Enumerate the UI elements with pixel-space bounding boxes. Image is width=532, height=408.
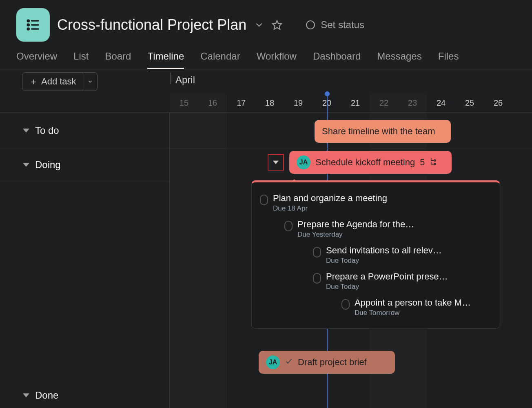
star-icon[interactable]: [272, 20, 282, 30]
svg-marker-9: [23, 393, 29, 397]
svg-point-2: [27, 28, 29, 30]
subtask-item[interactable]: Plan and organize a meeting Due 18 Apr: [260, 190, 492, 216]
task-label: Schedule kickoff meeting: [315, 157, 415, 168]
task-label: Draft project brief: [298, 357, 367, 368]
date-cell[interactable]: 21: [341, 94, 370, 112]
section-todo[interactable]: To do: [0, 113, 169, 149]
tab-files[interactable]: Files: [438, 51, 459, 69]
svg-marker-10: [273, 161, 279, 164]
subtask-item[interactable]: Send invitations to all relev… Due Today: [313, 242, 492, 268]
subtask-title: Send invitations to all relev…: [326, 245, 492, 256]
section-divider: [170, 149, 532, 149]
section-label: To do: [35, 125, 59, 136]
section-doing[interactable]: Doing: [0, 149, 169, 182]
svg-point-0: [27, 20, 29, 22]
complete-checkbox[interactable]: [284, 221, 293, 231]
today-marker: [325, 91, 330, 96]
subtasks-popover: Plan and organize a meeting Due 18 Apr P…: [251, 180, 500, 329]
subtask-title: Plan and organize a meeting: [273, 193, 492, 204]
date-cell[interactable]: 26: [484, 94, 512, 112]
complete-checkbox[interactable]: [313, 247, 321, 257]
svg-marker-7: [23, 129, 29, 133]
view-tabs: Overview List Board Timeline Calendar Wo…: [0, 46, 532, 69]
date-cell[interactable]: 25: [455, 94, 484, 112]
subtask-item[interactable]: Appoint a person to take M… Due Tomorrow: [341, 294, 492, 320]
project-title[interactable]: Cross-functional Project Plan: [57, 16, 246, 33]
subtask-title: Appoint a person to take M…: [355, 297, 492, 308]
subtask-count: 5: [420, 157, 425, 168]
add-task-button[interactable]: ＋ Add task: [22, 72, 98, 91]
subtasks-icon: [430, 157, 439, 168]
svg-marker-8: [23, 163, 29, 167]
task-bar-draft-brief[interactable]: JA Draft project brief: [259, 351, 395, 374]
add-task-label: Add task: [41, 76, 76, 87]
subtask-title: Prepare a PowerPoint prese…: [326, 271, 492, 282]
month-divider: [170, 73, 171, 84]
subtask-due: Due Tomorrow: [355, 309, 492, 317]
complete-checkbox[interactable]: [341, 299, 350, 310]
complete-checkbox[interactable]: [313, 273, 321, 284]
plus-icon: ＋: [29, 75, 38, 88]
status-circle-icon: [306, 20, 315, 29]
check-icon: [285, 357, 293, 368]
svg-point-11: [434, 160, 436, 161]
tab-list[interactable]: List: [73, 51, 89, 69]
chevron-down-icon[interactable]: [254, 20, 264, 30]
subtask-due: Due Today: [326, 257, 492, 265]
expand-subtasks-button[interactable]: [268, 154, 284, 171]
date-cell[interactable]: 24: [427, 94, 455, 112]
tab-overview[interactable]: Overview: [16, 51, 57, 69]
section-done[interactable]: Done: [0, 379, 169, 408]
set-status-button[interactable]: Set status: [306, 19, 364, 31]
tab-workflow[interactable]: Workflow: [257, 51, 297, 69]
add-task-dropdown[interactable]: [83, 73, 97, 91]
tab-dashboard[interactable]: Dashboard: [313, 51, 361, 69]
avatar: JA: [297, 155, 310, 169]
complete-checkbox[interactable]: [260, 195, 268, 205]
subtask-due: Due Today: [326, 283, 492, 291]
section-label: Doing: [35, 159, 61, 171]
project-icon[interactable]: [16, 8, 50, 42]
svg-marker-6: [273, 20, 282, 29]
caret-down-icon: [23, 125, 29, 136]
weekend-shade: [170, 94, 227, 408]
subtask-item[interactable]: Prepare a PowerPoint prese… Due Today: [313, 268, 492, 294]
task-bar-share-timeline[interactable]: Share timeline with the team: [315, 120, 451, 143]
date-cell[interactable]: 17: [227, 94, 255, 112]
status-label: Set status: [321, 19, 364, 31]
subtask-due: Due 18 Apr: [273, 204, 492, 213]
month-label: April: [175, 74, 195, 86]
subtask-title: Prepare the Agenda for the…: [297, 219, 492, 230]
tab-messages[interactable]: Messages: [377, 51, 421, 69]
date-cell[interactable]: 18: [255, 94, 284, 112]
tab-calendar[interactable]: Calendar: [200, 51, 240, 69]
caret-down-icon: [23, 390, 29, 401]
avatar: JA: [266, 355, 280, 369]
task-bar-kickoff[interactable]: JA Schedule kickoff meeting 5: [289, 151, 452, 174]
date-cell[interactable]: 19: [284, 94, 313, 112]
svg-point-12: [434, 164, 436, 165]
caret-down-icon: [23, 159, 29, 171]
svg-point-1: [27, 24, 29, 26]
subtask-due: Due Yesterday: [297, 231, 492, 239]
tab-timeline[interactable]: Timeline: [147, 51, 184, 69]
section-label: Done: [35, 390, 58, 401]
task-label: Share timeline with the team: [322, 126, 435, 137]
tab-board[interactable]: Board: [105, 51, 131, 69]
subtask-item[interactable]: Prepare the Agenda for the… Due Yesterda…: [284, 216, 492, 242]
